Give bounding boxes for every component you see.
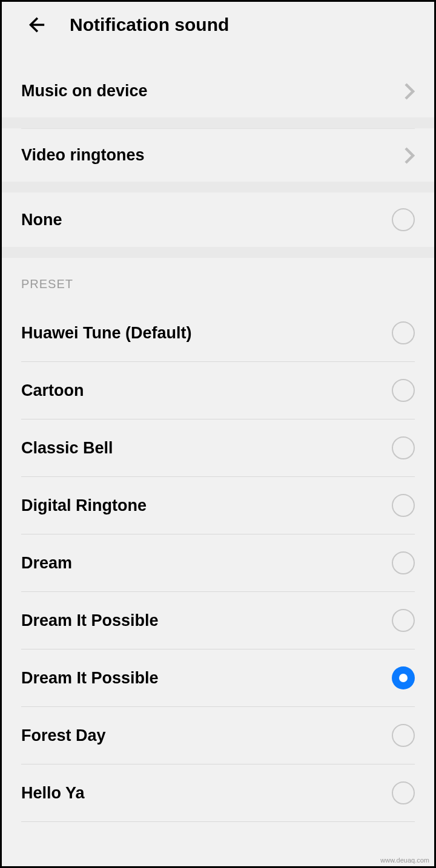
- preset-label: Classic Bell: [21, 439, 113, 458]
- preset-row[interactable]: Huawei Tune (Default): [2, 304, 434, 361]
- radio-icon: [392, 781, 415, 804]
- preset-row[interactable]: Cartoon: [2, 362, 434, 419]
- divider: [21, 821, 415, 822]
- preset-list: Huawei Tune (Default)CartoonClassic Bell…: [2, 304, 434, 822]
- back-icon[interactable]: [24, 13, 48, 37]
- radio-icon: [392, 436, 415, 459]
- preset-label: Huawei Tune (Default): [21, 324, 192, 343]
- radio-icon: [392, 494, 415, 517]
- page-title: Notification sound: [70, 15, 229, 35]
- preset-label: Dream It Possible: [21, 669, 159, 688]
- preset-label: Digital Ringtone: [21, 496, 147, 515]
- radio-icon: [392, 379, 415, 402]
- video-ringtones-label: Video ringtones: [21, 146, 145, 165]
- preset-label: Hello Ya: [21, 784, 85, 803]
- watermark: www.deuaq.com: [380, 856, 429, 864]
- radio-icon: [392, 321, 415, 344]
- none-option-row[interactable]: None: [2, 192, 434, 247]
- preset-label: Cartoon: [21, 381, 84, 400]
- preset-row[interactable]: Dream: [2, 534, 434, 591]
- chevron-right-icon: [404, 146, 415, 165]
- header: Notification sound: [2, 2, 434, 48]
- radio-selected-icon: [392, 666, 415, 689]
- radio-icon: [392, 609, 415, 632]
- preset-row[interactable]: Digital Ringtone: [2, 477, 434, 534]
- radio-icon: [392, 208, 415, 231]
- preset-label: Forest Day: [21, 726, 106, 745]
- preset-row[interactable]: Hello Ya: [2, 764, 434, 821]
- video-ringtones-row[interactable]: Video ringtones: [2, 129, 434, 182]
- radio-icon: [392, 551, 415, 574]
- section-gap: [2, 247, 434, 258]
- preset-row[interactable]: Classic Bell: [2, 419, 434, 476]
- section-gap: [2, 182, 434, 192]
- music-on-device-row[interactable]: Music on device: [2, 65, 434, 117]
- chevron-right-icon: [404, 82, 415, 100]
- music-on-device-label: Music on device: [21, 82, 148, 100]
- preset-row[interactable]: Dream It Possible: [2, 592, 434, 649]
- section-gap: [2, 117, 434, 128]
- radio-icon: [392, 724, 415, 747]
- preset-row[interactable]: Forest Day: [2, 707, 434, 764]
- preset-row[interactable]: Dream It Possible: [2, 649, 434, 706]
- none-option-label: None: [21, 211, 62, 229]
- preset-label: Dream It Possible: [21, 611, 159, 630]
- preset-section-header: PRESET: [2, 258, 434, 304]
- preset-label: Dream: [21, 554, 72, 573]
